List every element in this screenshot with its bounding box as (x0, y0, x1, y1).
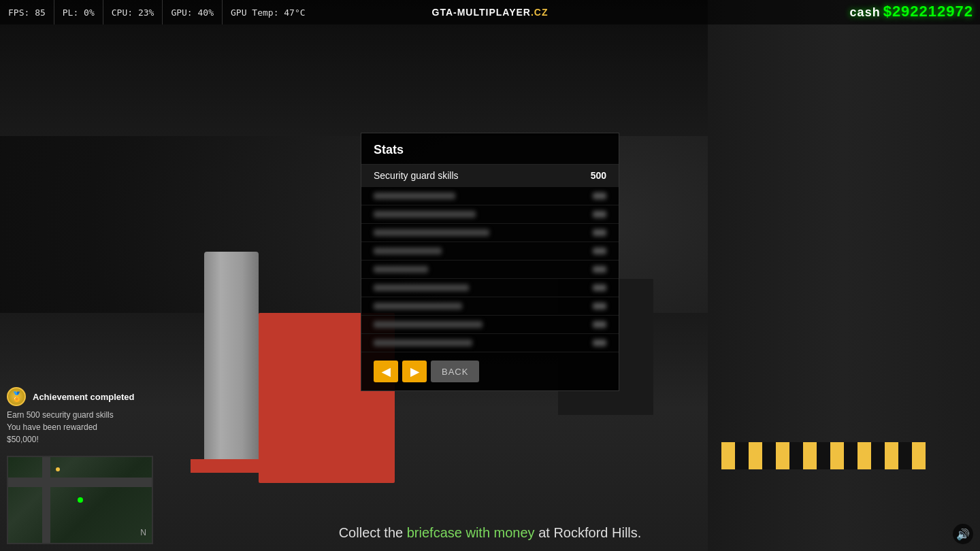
achievement-desc-line1: Earn 500 security guard skills (7, 410, 114, 420)
blurred-val-2 (593, 211, 606, 218)
blurred-row-1 (361, 187, 619, 205)
game-logo: GTA-MULTIPLAYER.CZ (432, 7, 549, 18)
cpu-stat: CPU: 23% (103, 0, 163, 24)
cpu-value: 23% (138, 7, 154, 18)
next-button[interactable]: ▶ (402, 361, 427, 382)
fps-value: 85 (35, 7, 46, 18)
achievement-description: Earn 500 security guard skills You have … (7, 409, 170, 446)
bg-stripes (721, 442, 926, 469)
logo-text: GTA-MULTIPLAYER (432, 7, 531, 18)
minimap-road-horizontal (8, 478, 152, 487)
blurred-name-3 (374, 229, 489, 236)
blurred-row-4 (361, 242, 619, 261)
gpu-stat: GPU: 40% (163, 0, 223, 24)
cash-label: cash (850, 5, 881, 19)
blurred-val-6 (593, 284, 606, 291)
gpu-label: GPU: (171, 7, 192, 18)
achievement-desc-line2: You have been rewarded (7, 422, 97, 432)
minimap-player-dot (78, 497, 83, 503)
blurred-val-4 (593, 248, 606, 254)
minimap-direction-arrow: N (140, 528, 146, 537)
blurred-name-7 (374, 303, 462, 310)
blurred-row-6 (361, 279, 619, 297)
gpu-temp-value: 47°C (284, 7, 305, 18)
volume-button[interactable]: 🔊 (953, 524, 973, 544)
pl-label: PL: (63, 7, 78, 18)
achievement-notification: 🏅 Achievement completed Earn 500 securit… (7, 387, 170, 446)
blurred-val-3 (593, 229, 606, 236)
blurred-name-6 (374, 284, 469, 291)
fps-stat: FPS: 85 (0, 0, 54, 24)
blurred-row-9 (361, 334, 619, 352)
minimap-waypoint-icon (56, 467, 60, 471)
hud-top-bar: FPS: 85 PL: 0% CPU: 23% GPU: 40% GPU Tem… (0, 0, 980, 24)
pl-stat: PL: 0% (54, 0, 103, 24)
blurred-val-9 (593, 339, 606, 346)
blurred-val-7 (593, 303, 606, 310)
stat-value-security-guard: 500 (591, 170, 606, 181)
achievement-header: 🏅 Achievement completed (7, 387, 170, 406)
blurred-name-1 (374, 193, 455, 199)
blurred-name-2 (374, 211, 476, 218)
subtitle-bar: Collect the briefcase with money at Rock… (339, 525, 642, 541)
gpu-value: 40% (198, 7, 214, 18)
blurred-row-5 (361, 261, 619, 279)
blurred-val-5 (593, 266, 606, 273)
blurred-row-8 (361, 316, 619, 334)
blurred-row-3 (361, 224, 619, 242)
volume-icon: 🔊 (956, 528, 970, 541)
gpu-temp-stat: GPU Temp: 47°C (223, 0, 314, 24)
subtitle-highlight: briefcase with money (407, 525, 535, 540)
subtitle-text-before: Collect the (339, 525, 407, 540)
subtitle-text-after: at Rockford Hills. (535, 525, 642, 540)
minimap-inner: N (8, 457, 152, 543)
back-button[interactable]: BACK (431, 361, 479, 382)
cash-display: cash$292212972 (850, 3, 973, 20)
stats-list: Security guard skills 500 (361, 165, 619, 352)
blurred-name-5 (374, 266, 428, 273)
stats-modal: Stats Security guard skills 500 (361, 133, 619, 391)
blurred-row-2 (361, 205, 619, 224)
cpu-label: CPU: (112, 7, 133, 18)
achievement-medal-icon: 🏅 (7, 387, 26, 406)
stats-row-highlighted: Security guard skills 500 (361, 165, 619, 187)
pl-value: 0% (84, 7, 95, 18)
blurred-val-1 (593, 193, 606, 199)
stat-name-security-guard: Security guard skills (374, 170, 459, 181)
bg-pillar (204, 252, 259, 469)
gpu-temp-label: GPU Temp: (231, 7, 278, 18)
stats-nav: ◀ ▶ BACK (361, 352, 619, 390)
prev-button[interactable]: ◀ (374, 361, 398, 382)
minimap: N (7, 456, 153, 544)
blurred-val-8 (593, 321, 606, 328)
achievement-title: Achievement completed (33, 392, 135, 402)
minimap-road-vertical (42, 457, 50, 543)
blurred-name-9 (374, 339, 472, 346)
stats-title: Stats (361, 133, 619, 165)
blurred-name-8 (374, 321, 483, 328)
blurred-name-4 (374, 248, 442, 254)
achievement-desc-line3: $50,000! (7, 435, 39, 444)
fps-label: FPS: (8, 7, 29, 18)
logo-suffix: .CZ (531, 7, 549, 18)
blurred-row-7 (361, 297, 619, 316)
cash-value: $292212972 (883, 3, 973, 20)
